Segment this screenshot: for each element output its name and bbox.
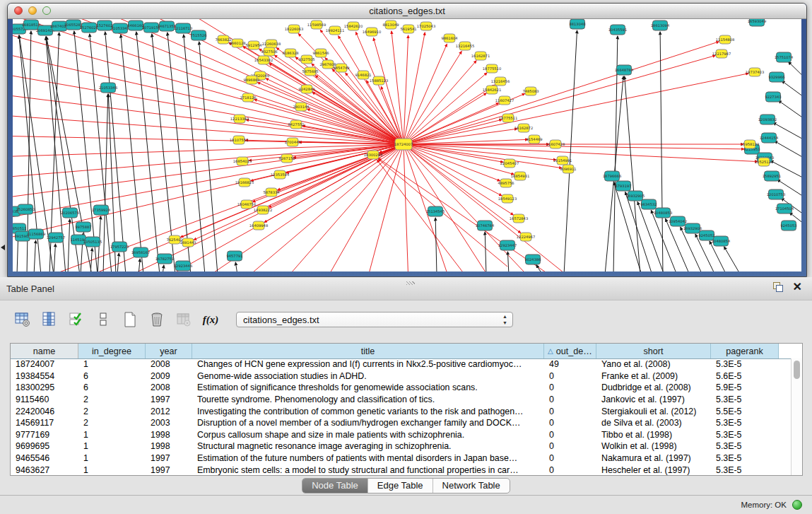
graph-node[interactable]: 16162872 — [514, 124, 533, 132]
table-row[interactable]: 946554611997Estimation of the future num… — [11, 452, 792, 465]
graph-node[interactable]: 18724007 — [394, 139, 413, 150]
new-table-icon[interactable] — [122, 311, 139, 328]
graph-node[interactable]: 19166825 — [235, 178, 254, 187]
row-height-icon[interactable] — [95, 311, 112, 328]
graph-node[interactable]: 9634532 — [640, 199, 657, 209]
graph-node[interactable]: 10480854 — [712, 236, 731, 246]
show-column-icon[interactable] — [41, 311, 58, 328]
table-row[interactable]: 977716911998Corpus callosum shape and si… — [11, 429, 792, 441]
graph-node[interactable]: 25260850 — [16, 204, 35, 214]
graph-node[interactable]: 16593049 — [748, 19, 766, 26]
graph-node[interactable]: 9896861 — [243, 76, 259, 84]
graph-node[interactable]: 9245053 — [780, 221, 796, 230]
graph-node[interactable]: 21053346 — [99, 83, 117, 93]
graph-node[interactable]: 2803144 — [293, 103, 310, 111]
column-header-short[interactable]: short — [596, 344, 711, 358]
graph-node[interactable]: 5912954 — [245, 41, 262, 49]
table-row[interactable]: 946362711997Embryonic stem cells: a mode… — [11, 464, 792, 475]
graph-node[interactable]: 12923446 — [174, 261, 192, 271]
tab-edge-table[interactable]: Edge Table — [368, 479, 433, 493]
network-canvas[interactable]: 1872400718300295240557241681851420691406… — [13, 19, 801, 271]
graph-node[interactable]: 21053347 — [111, 23, 129, 33]
divider-grip-icon[interactable] — [406, 281, 415, 285]
graph-node[interactable]: 15276020 — [80, 23, 98, 33]
delete-column-icon[interactable] — [175, 311, 192, 328]
graph-node[interactable]: 9024386 — [524, 255, 541, 264]
graph-node[interactable]: 8096911 — [560, 165, 576, 173]
graph-node[interactable]: 15751074 — [775, 52, 794, 62]
graph-node[interactable]: 17104504 — [775, 204, 794, 214]
graph-node[interactable]: 9861604 — [441, 34, 458, 42]
graph-node[interactable]: 17957223 — [110, 242, 129, 252]
graph-node[interactable]: 18775511 — [499, 114, 517, 122]
graph-node[interactable]: 10435591 — [608, 25, 627, 35]
column-header-year[interactable]: year — [146, 344, 192, 358]
graph-node[interactable]: 9327505 — [298, 55, 314, 64]
delete-table-icon[interactable] — [148, 311, 165, 328]
graph-node[interactable]: 16932905 — [626, 191, 645, 201]
window-titlebar[interactable]: citations_edges.txt — [8, 4, 806, 19]
graph-node[interactable]: 5619541 — [400, 25, 416, 33]
graph-node[interactable]: 18226063 — [285, 25, 303, 33]
graph-node[interactable]: 11156869 — [27, 229, 45, 239]
panel-collapse-arrow-icon[interactable] — [1, 245, 5, 250]
graph-node[interactable]: 8267150 — [278, 154, 295, 163]
graph-node[interactable]: 18796666 — [603, 171, 621, 181]
table-settings-icon[interactable] — [14, 311, 31, 328]
column-header-out_de[interactable]: △out_de… — [544, 344, 596, 358]
graph-node[interactable]: 12010753 — [767, 189, 785, 199]
graph-node[interactable]: 22045407 — [500, 159, 519, 168]
graph-node[interactable]: 16958167 — [131, 247, 150, 257]
table-row[interactable]: 969969511998Structural magnetic resonanc… — [11, 440, 792, 452]
graph-node[interactable]: 13216456 — [491, 77, 510, 86]
graph-node[interactable]: 17025043 — [417, 22, 435, 30]
graph-node[interactable]: 11598569 — [307, 21, 326, 29]
graph-node[interactable]: 16854931 — [511, 172, 529, 180]
graph-node[interactable]: 12217987 — [712, 49, 731, 58]
graph-node[interactable]: 18775510 — [483, 64, 501, 73]
graph-node[interactable]: 15842621 — [483, 86, 501, 94]
graph-node[interactable]: 9242843 — [298, 85, 314, 93]
close-window-icon[interactable] — [14, 6, 23, 15]
graph-node[interactable]: 9154469 — [526, 135, 542, 144]
graph-node[interactable]: 11154808 — [716, 35, 734, 44]
graph-node[interactable]: 16162871 — [471, 52, 490, 60]
graph-node[interactable]: 15892951 — [763, 171, 781, 181]
graph-node[interactable]: 15134545 — [426, 206, 445, 216]
graph-node[interactable]: 12923447 — [498, 240, 517, 250]
graph-node[interactable]: 16409948 — [249, 221, 268, 230]
table-row[interactable]: 1938455462009Genome-wide association stu… — [11, 370, 792, 382]
graph-node[interactable]: 10954042 — [669, 216, 687, 226]
graph-node[interactable]: 9227343 — [765, 92, 781, 102]
function-builder-icon[interactable]: f(x) — [202, 311, 219, 328]
graph-node[interactable]: 19924111 — [326, 26, 344, 35]
graph-node[interactable]: 16648784 — [615, 65, 634, 75]
graph-node[interactable]: 22260638 — [262, 40, 281, 48]
column-header-title[interactable]: title — [192, 344, 544, 358]
graph-node[interactable]: 10746784 — [476, 221, 495, 230]
graph-node[interactable]: 12224967 — [517, 233, 535, 241]
graph-node[interactable]: 10154991 — [553, 156, 572, 165]
zoom-window-icon[interactable] — [42, 6, 51, 15]
graph-node[interactable]: 1700443 — [284, 138, 300, 146]
graph-node[interactable]: 12942757 — [47, 233, 65, 243]
graph-node[interactable]: 17359924 — [92, 205, 111, 215]
float-panel-icon[interactable] — [773, 282, 783, 292]
graph-node[interactable]: 10480853 — [654, 208, 672, 218]
graph-node[interactable]: 16782759 — [155, 254, 174, 264]
graph-node[interactable]: 6793197 — [615, 181, 631, 191]
graph-node[interactable]: 16496910 — [363, 28, 381, 36]
memory-ok-indicator[interactable] — [792, 500, 802, 510]
graph-node[interactable]: 9975887 — [75, 222, 91, 232]
graph-node[interactable]: 18549123 — [498, 194, 517, 203]
table-row[interactable]: 911546021997Tourette syndrome. Phenomeno… — [11, 394, 792, 406]
graph-node[interactable]: 8813049 — [382, 21, 399, 29]
graph-node[interactable]: 18613094 — [651, 21, 670, 30]
graph-node[interactable]: 9329966 — [768, 72, 784, 82]
select-rows-icon[interactable] — [68, 311, 85, 328]
tab-node-table[interactable]: Node Table — [302, 479, 368, 493]
graph-node[interactable]: 9327506 — [261, 47, 277, 56]
graph-node[interactable]: 13216455 — [456, 42, 474, 50]
column-header-name[interactable]: name — [11, 344, 78, 358]
table-row[interactable]: 1872400712008Changes of HCN gene express… — [11, 358, 792, 370]
